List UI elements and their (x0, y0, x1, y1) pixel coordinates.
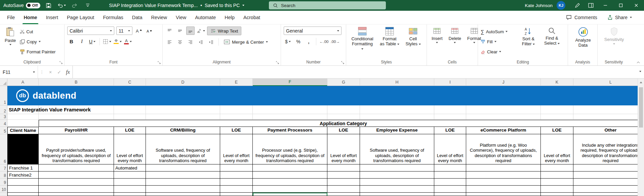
cell-I7[interactable] (434, 164, 466, 172)
cell-J2[interactable] (466, 105, 541, 114)
cell-L10[interactable] (573, 186, 638, 193)
enter-icon[interactable]: ✓ (55, 66, 64, 78)
tab-automate[interactable]: Automate (191, 11, 220, 24)
insert-cells-button[interactable]: Insert (430, 27, 445, 44)
maximize-button[interactable] (613, 0, 629, 11)
cancel-icon[interactable]: × (46, 66, 55, 78)
copy-button[interactable]: Copy (20, 38, 55, 46)
cell-A10[interactable] (7, 186, 39, 193)
cell-F7[interactable] (253, 164, 327, 172)
customize-quick-access-toolbar-icon[interactable] (83, 0, 93, 11)
cell-B6[interactable]: Payroll provider/software used, frequenc… (39, 134, 114, 164)
document-title[interactable]: SIAP Integration Value Framework Temp...… (109, 3, 244, 8)
cell-G7[interactable] (327, 164, 360, 172)
collapse-ribbon-icon[interactable] (637, 61, 640, 63)
cell-A3[interactable] (7, 114, 39, 120)
underline-button[interactable]: U (88, 37, 96, 46)
cell-C6[interactable]: Level of effort every month (114, 134, 146, 164)
cell-B8[interactable] (39, 172, 114, 179)
cell-H11[interactable] (360, 193, 434, 196)
cell-H9[interactable] (360, 179, 434, 186)
cell-A2[interactable]: SIAP Integration Value Framework (7, 105, 39, 114)
cell-I9[interactable] (434, 179, 466, 186)
borders-button[interactable] (103, 37, 111, 46)
cell-D11[interactable] (146, 193, 220, 196)
font-size-combo[interactable]: 11 (116, 27, 132, 35)
clear-button[interactable]: Clear (481, 48, 516, 56)
cell-B9[interactable] (39, 179, 114, 186)
cell-A7[interactable]: Franchise 1 (7, 164, 39, 172)
cell-F3[interactable] (253, 114, 327, 120)
find-select-button[interactable]: Find & Select (541, 27, 563, 46)
cell-A6[interactable] (7, 134, 39, 164)
tab-formulas[interactable]: Formulas (98, 11, 127, 24)
decrease-font-size-icon[interactable]: A (145, 27, 153, 35)
cell-L3[interactable] (573, 114, 638, 120)
cell-styles-button[interactable]: Cell Styles (403, 27, 423, 47)
bold-button[interactable]: B (67, 37, 76, 46)
cell-J8[interactable] (466, 172, 541, 179)
share-button[interactable]: Share (604, 13, 635, 22)
cell-K10[interactable] (541, 186, 573, 193)
cell-H2[interactable] (360, 105, 434, 114)
cell-K9[interactable] (541, 179, 573, 186)
cell-I10[interactable] (434, 186, 466, 193)
user-name[interactable]: Kate Johnson (525, 3, 553, 8)
autosum-button[interactable]: ∑ AutoSum (481, 28, 516, 36)
cell-A5[interactable]: Client Name (7, 127, 39, 134)
scrollbar-thumb[interactable] (639, 87, 643, 128)
tab-view[interactable]: View (171, 11, 191, 24)
cell-H10[interactable] (360, 186, 434, 193)
cell-B3[interactable] (39, 114, 114, 120)
tab-home[interactable]: Home (19, 11, 41, 24)
align-bottom-icon[interactable] (186, 27, 195, 35)
insert-function-icon[interactable]: fx (64, 66, 72, 78)
format-painter-button[interactable]: Format Painter (20, 48, 55, 56)
cell-E7[interactable] (220, 164, 253, 172)
row-header-5[interactable]: 5 (0, 127, 7, 134)
cell-E9[interactable] (220, 179, 253, 186)
ribbon-layout-icon[interactable] (584, 0, 598, 11)
tab-insert[interactable]: Insert (42, 11, 63, 24)
formula-input[interactable] (73, 66, 644, 78)
undo-icon[interactable] (56, 0, 67, 11)
active-cell-F11[interactable] (253, 193, 327, 196)
cell-K8[interactable] (541, 172, 573, 179)
fill-button[interactable]: Fill (481, 38, 516, 46)
fill-color-button[interactable] (113, 37, 122, 46)
avatar[interactable]: KJ (557, 1, 565, 10)
cell-H6[interactable]: Software used, frequency of uploads, des… (360, 134, 434, 164)
percent-style-button[interactable]: % (294, 37, 303, 46)
cell-B5[interactable]: Payroll/HR (39, 127, 114, 134)
cell-H5[interactable]: Employee Expense (360, 127, 434, 134)
cell-J9[interactable] (466, 179, 541, 186)
column-header-A[interactable]: A (7, 79, 39, 86)
increase-indent-icon[interactable] (207, 38, 215, 46)
cell-B10[interactable] (39, 186, 114, 193)
row-header-2[interactable]: 2 (0, 105, 7, 114)
row-header-6[interactable]: 6 (0, 134, 7, 164)
cell-C7[interactable]: Automated (114, 164, 146, 172)
cell-C10[interactable] (114, 186, 146, 193)
cell-G6[interactable]: Level of effort every month (327, 134, 360, 164)
ink-pen-icon[interactable] (571, 0, 584, 11)
vertical-scrollbar[interactable] (638, 79, 644, 196)
font-name-combo[interactable]: Calibri (67, 27, 114, 35)
column-header-J[interactable]: J (466, 79, 541, 86)
align-right-icon[interactable] (186, 38, 195, 46)
autosave-pill[interactable]: Off (26, 3, 41, 8)
cell-G2[interactable] (327, 105, 360, 114)
font-dialog-launcher-icon[interactable] (158, 61, 161, 64)
cell-E6[interactable]: Level of effort every month (220, 134, 253, 164)
cell-J3[interactable] (466, 114, 541, 120)
scroll-up-icon[interactable] (638, 79, 644, 86)
cell-E5[interactable]: LOE (220, 127, 253, 134)
increase-decimal-button[interactable]: ←.00 (319, 37, 329, 46)
cell-I6[interactable]: Level of effort every month (434, 134, 466, 164)
expand-formula-bar-icon[interactable] (639, 71, 641, 72)
cell-C3[interactable] (114, 114, 146, 120)
column-header-K[interactable]: K (541, 79, 573, 86)
cell-H8[interactable] (360, 172, 434, 179)
align-left-icon[interactable] (165, 38, 174, 46)
column-header-D[interactable]: D (146, 79, 220, 86)
